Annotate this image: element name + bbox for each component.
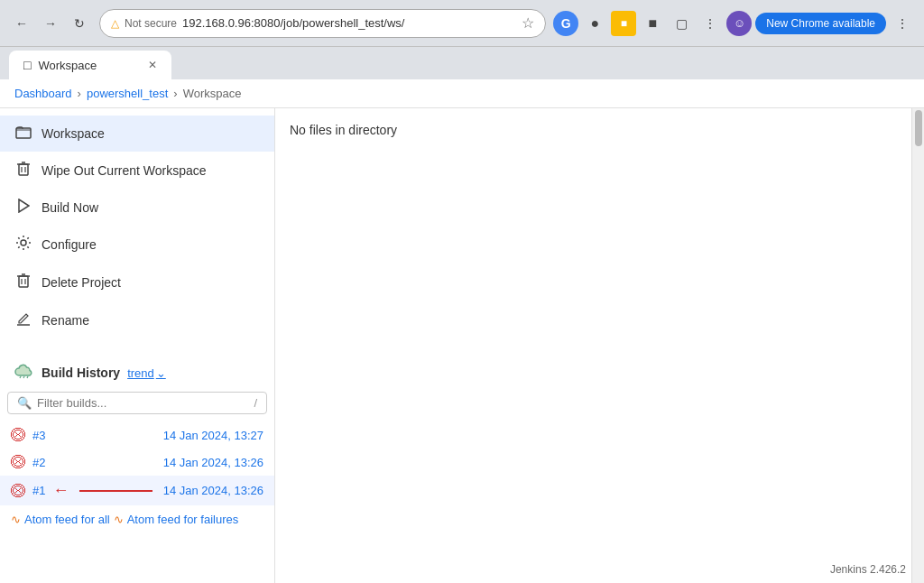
build-num-2[interactable]: #2 [32,456,45,469]
sidebar-item-build-now[interactable]: Build Now [0,190,274,226]
empty-directory-message: No files in directory [290,123,397,137]
trash-icon [14,161,32,180]
build-date-2: 14 Jan 2024, 13:26 [163,456,263,469]
warning-icon: △ [111,17,119,30]
rename-label: Rename [42,313,89,328]
svg-line-15 [23,376,24,378]
red-line-indicator [79,490,152,492]
browser-icons: G ● ■ ■ ▢ ⋮ ☺ New Chrome available ⋮ [553,11,915,36]
build-item-3[interactable]: ⨷ #3 14 Jan 2024, 13:27 [0,421,274,449]
tab-favicon: □ [23,58,31,72]
active-tab[interactable]: □ Workspace ✕ [9,51,171,79]
nav-buttons: ← → ↻ [9,11,92,36]
jenkins-version: Jenkins 2.426.2 [830,563,906,576]
gear-icon [14,235,32,254]
breadcrumb: Dashboard › powershell_test › Workspace [0,79,924,108]
build-date-3: 14 Jan 2024, 13:27 [163,429,263,442]
error-icon-3: ⨷ [11,427,25,443]
tab-close-button[interactable]: ✕ [148,59,157,71]
not-secure-label: Not secure [125,17,177,30]
menu-button[interactable]: ⋮ [698,11,723,36]
sidebar-item-rename[interactable]: Rename [0,301,274,339]
sidebar-item-configure[interactable]: Configure [0,226,274,264]
search-icon: 🔍 [17,396,32,410]
error-icon-1: ⨷ [11,483,25,499]
forward-button[interactable]: → [38,11,63,36]
google-icon[interactable]: G [553,11,578,36]
filter-slash: / [254,396,257,410]
workspace-icon [14,125,32,143]
svg-rect-8 [19,276,28,287]
rename-icon [14,310,32,330]
extension-icon-2[interactable]: ■ [640,11,665,36]
breadcrumb-sep-2: › [173,87,177,100]
build-num-1[interactable]: #1 [32,484,45,497]
build-item-2[interactable]: ⨷ #2 14 Jan 2024, 13:26 [0,449,274,476]
refresh-button[interactable]: ↻ [67,11,92,36]
svg-line-16 [27,376,28,378]
browser-chrome: ← → ↻ △ Not secure 192.168.0.96:8080/job… [0,0,924,47]
atom-feed-failures-link[interactable]: Atom feed for failures [127,513,239,526]
cloud-icon [14,363,34,383]
address-bar[interactable]: △ Not secure 192.168.0.96:8080/job/power… [99,9,546,38]
chrome-menu-button[interactable]: ⋮ [890,11,915,36]
svg-point-7 [21,240,26,245]
content-area: No files in directory [275,108,911,583]
cast-button[interactable]: ▢ [669,11,694,36]
build-now-label: Build Now [42,200,98,215]
feed-icon-all: ∿ [11,513,21,526]
url-display: 192.168.0.96:8080/job/powershell_test/ws… [182,16,404,30]
filter-row: 🔍 / [7,392,267,414]
shield-icon[interactable]: ● [582,11,607,36]
atom-feeds: ∿ Atom feed for all ∿ Atom feed for fail… [0,505,274,533]
build-date-1: 14 Jan 2024, 13:26 [163,484,263,497]
delete-label: Delete Project [42,275,121,290]
breadcrumb-sep-1: › [78,87,81,100]
feed-icon-failures: ∿ [114,513,124,526]
breadcrumb-current: Workspace [183,87,242,100]
profile-avatar[interactable]: ☺ [726,11,752,36]
play-icon [14,199,32,217]
main-layout: Workspace Wipe Out Current Workspace [0,108,924,583]
filter-input[interactable] [37,396,248,410]
sidebar-item-delete[interactable]: Delete Project [0,264,274,301]
configure-label: Configure [42,237,97,252]
build-item-1[interactable]: ⨷ #1 ← 14 Jan 2024, 13:26 [0,476,274,505]
breadcrumb-dashboard[interactable]: Dashboard [14,87,72,100]
new-chrome-button[interactable]: New Chrome available [755,13,886,34]
wipe-label: Wipe Out Current Workspace [42,163,207,178]
svg-line-14 [20,376,21,378]
tab-bar: □ Workspace ✕ [0,47,924,79]
scrollbar-thumb[interactable] [915,110,922,146]
error-icon-2: ⨷ [11,454,25,470]
scrollbar[interactable] [911,108,924,583]
build-history-title: Build History [42,366,120,380]
workspace-label: Workspace [42,126,105,141]
breadcrumb-job[interactable]: powershell_test [87,87,168,100]
atom-feed-all-link[interactable]: Atom feed for all [24,513,110,526]
build-num-3[interactable]: #3 [32,429,45,442]
tab-title: Workspace [38,59,97,72]
page-content: Dashboard › powershell_test › Workspace … [0,79,924,583]
svg-rect-1 [19,164,28,175]
sidebar-item-workspace[interactable]: Workspace [0,116,274,152]
sidebar-divider [0,339,274,354]
extension-icon[interactable]: ■ [611,11,636,36]
delete-icon [14,273,32,292]
trend-button[interactable]: trend ⌄ [127,366,166,380]
sidebar: Workspace Wipe Out Current Workspace [0,108,275,583]
svg-marker-6 [19,199,29,212]
arrow-right-icon: ← [52,481,69,500]
bookmark-icon[interactable]: ☆ [522,14,534,32]
chevron-down-icon: ⌄ [156,366,166,380]
sidebar-item-wipe[interactable]: Wipe Out Current Workspace [0,152,274,190]
trend-label: trend [127,366,154,380]
back-button[interactable]: ← [9,11,34,36]
build-history-header: Build History trend ⌄ [0,354,274,392]
